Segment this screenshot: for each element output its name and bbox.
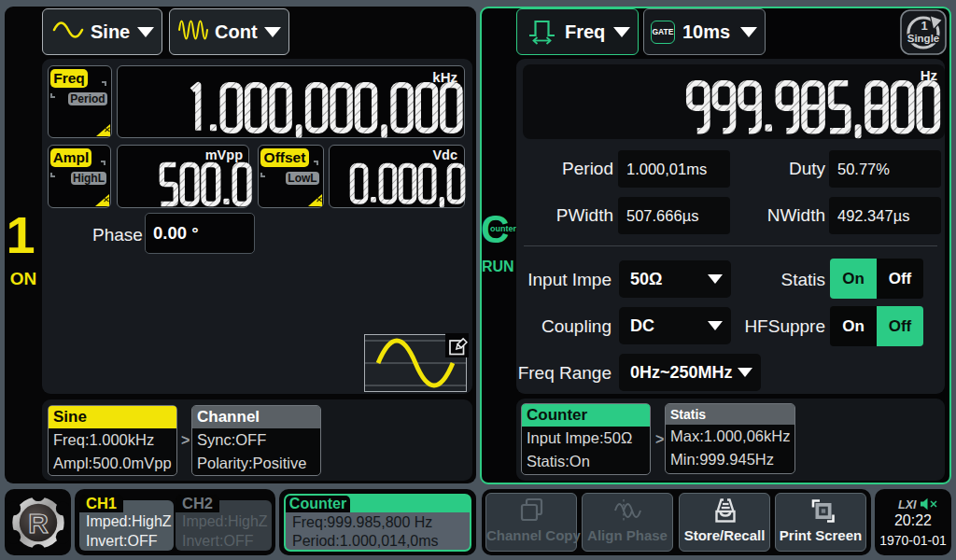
svg-text:LXI: LXI [898,498,917,511]
svg-text:Single: Single [907,33,940,44]
svg-text:R: R [28,508,49,539]
svg-text:1: 1 [921,19,927,33]
